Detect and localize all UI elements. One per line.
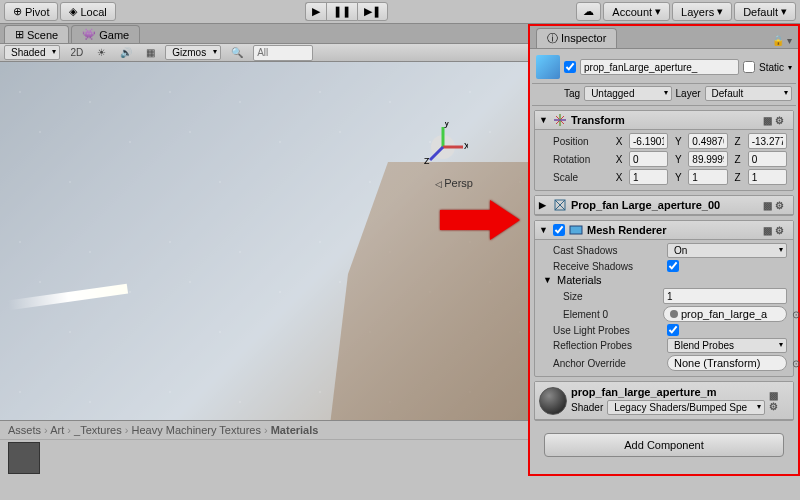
receive-shadows-checkbox[interactable]: [667, 260, 679, 272]
materials-label: Materials: [557, 274, 602, 286]
orientation-gizmo[interactable]: yxz: [418, 122, 468, 172]
anchor-override-label: Anchor Override: [553, 358, 663, 369]
scale-z[interactable]: [748, 169, 787, 185]
pivot-button[interactable]: ⊕ Pivot: [4, 2, 58, 21]
scale-x[interactable]: [629, 169, 668, 185]
svg-text:x: x: [464, 139, 468, 151]
rotation-y[interactable]: [688, 151, 727, 167]
light-probes-checkbox[interactable]: [667, 324, 679, 336]
transform-title: Transform: [571, 114, 625, 126]
svg-rect-8: [570, 226, 582, 234]
material-section: prop_fan_large_aperture_m Shader Legacy …: [534, 381, 794, 421]
project-panel: AssetsArt_TexturesHeavy Machinery Textur…: [0, 420, 528, 476]
mesh-filter-title: Prop_fan Large_aperture_00: [571, 199, 720, 211]
transform-icon: [553, 113, 567, 127]
play-button[interactable]: ▶: [305, 2, 326, 21]
light-probes-label: Use Light Probes: [553, 325, 663, 336]
layer-label: Layer: [676, 88, 701, 99]
fold-icon[interactable]: ▶: [539, 200, 549, 210]
position-y[interactable]: [688, 133, 727, 149]
account-dropdown[interactable]: Account ▾: [603, 2, 670, 21]
svg-text:z: z: [424, 154, 430, 166]
mesh-renderer-title: Mesh Renderer: [587, 224, 666, 236]
svg-marker-9: [440, 200, 520, 240]
rotation-label: Rotation: [553, 154, 609, 165]
gameobject-icon[interactable]: [536, 55, 560, 79]
receive-shadows-label: Receive Shadows: [553, 261, 663, 272]
main-toolbar: ⊕ Pivot ◈ Local ▶ ❚❚ ▶❚ ☁ Account ▾ Laye…: [0, 0, 800, 24]
inspector-tab[interactable]: ⓘ Inspector: [536, 28, 617, 48]
tag-label: Tag: [564, 88, 580, 99]
materials-size-label: Size: [563, 291, 659, 302]
reflection-probes-dropdown[interactable]: Blend Probes: [667, 338, 787, 353]
layout-dropdown[interactable]: Default ▾: [734, 2, 796, 21]
step-button[interactable]: ▶❚: [357, 2, 388, 21]
scale-y[interactable]: [688, 169, 727, 185]
mesh-renderer-enabled[interactable]: [553, 224, 565, 236]
component-menu-icon[interactable]: ▩ ⚙: [763, 200, 789, 211]
scene-search[interactable]: [253, 45, 313, 61]
renderer-icon: [569, 223, 583, 237]
shader-dropdown[interactable]: Legacy Shaders/Bumped Spe: [607, 400, 765, 415]
materials-size-field[interactable]: [663, 288, 787, 304]
tag-dropdown[interactable]: Untagged: [584, 86, 671, 101]
tab-scene[interactable]: ⊞ Scene: [4, 25, 69, 43]
component-menu-icon[interactable]: ▩ ⚙: [763, 225, 789, 236]
svg-text:y: y: [444, 122, 450, 128]
component-menu-icon[interactable]: ▩ ⚙: [763, 115, 789, 126]
rotation-x[interactable]: [629, 151, 668, 167]
reflection-probes-label: Reflection Probes: [553, 340, 663, 351]
tab-game[interactable]: 👾 Game: [71, 25, 140, 43]
fold-icon[interactable]: ▼: [543, 275, 553, 285]
scale-label: Scale: [553, 172, 609, 183]
mesh-filter-component: ▶ Prop_fan Large_aperture_00 ▩ ⚙: [534, 195, 794, 216]
mesh-renderer-component: ▼ Mesh Renderer ▩ ⚙ Cast Shadows On Rece…: [534, 220, 794, 377]
position-label: Position: [553, 136, 609, 147]
static-label: Static: [759, 62, 784, 73]
inspector-panel: ⓘ Inspector 🔒 ▾ Static ▾ Tag Untagged La…: [528, 24, 800, 476]
anchor-override-field[interactable]: None (Transform)⊙: [667, 355, 787, 371]
2d-toggle[interactable]: 2D: [66, 47, 87, 58]
static-checkbox[interactable]: [743, 61, 755, 73]
local-button[interactable]: ◈ Local: [60, 2, 115, 21]
layer-dropdown[interactable]: Default: [705, 86, 792, 101]
annotation-arrow: [440, 200, 520, 242]
material-name: prop_fan_large_aperture_m: [571, 386, 765, 398]
cast-shadows-dropdown[interactable]: On: [667, 243, 787, 258]
mesh-icon: [553, 198, 567, 212]
persp-label[interactable]: ◁ Persp: [435, 177, 473, 189]
position-x[interactable]: [629, 133, 668, 149]
asset-thumbnail[interactable]: [8, 442, 40, 474]
audio-toggle[interactable]: 🔊: [116, 47, 136, 58]
material-preview[interactable]: [539, 387, 567, 415]
position-z[interactable]: [748, 133, 787, 149]
scene-toolbar: Shaded 2D ☀ 🔊 ▦ Gizmos 🔍: [0, 44, 528, 62]
pause-button[interactable]: ❚❚: [326, 2, 357, 21]
project-breadcrumb[interactable]: AssetsArt_TexturesHeavy Machinery Textur…: [0, 421, 528, 440]
scene-tabs: ⊞ Scene 👾 Game: [0, 24, 528, 44]
fx-toggle[interactable]: ▦: [142, 47, 159, 58]
fold-icon[interactable]: ▼: [539, 115, 549, 125]
transform-component: ▼ Transform ▩ ⚙ Position X Y Z Rotation …: [534, 110, 794, 191]
gizmos-dropdown[interactable]: Gizmos: [165, 45, 221, 60]
lock-icon[interactable]: 🔒 ▾: [766, 35, 798, 48]
element0-field[interactable]: prop_fan_large_a⊙: [663, 306, 787, 322]
cast-shadows-label: Cast Shadows: [553, 245, 663, 256]
layers-dropdown[interactable]: Layers ▾: [672, 2, 732, 21]
rotation-z[interactable]: [748, 151, 787, 167]
fold-icon[interactable]: ▼: [539, 225, 549, 235]
cloud-button[interactable]: ☁: [576, 2, 601, 21]
element0-label: Element 0: [563, 309, 659, 320]
component-menu-icon[interactable]: ▩ ⚙: [769, 390, 789, 412]
shading-mode-dropdown[interactable]: Shaded: [4, 45, 60, 60]
gameobject-active-checkbox[interactable]: [564, 61, 576, 73]
shader-label: Shader: [571, 402, 603, 413]
add-component-button[interactable]: Add Component: [544, 433, 784, 457]
gameobject-name-field[interactable]: [580, 59, 739, 75]
lighting-toggle[interactable]: ☀: [93, 47, 110, 58]
